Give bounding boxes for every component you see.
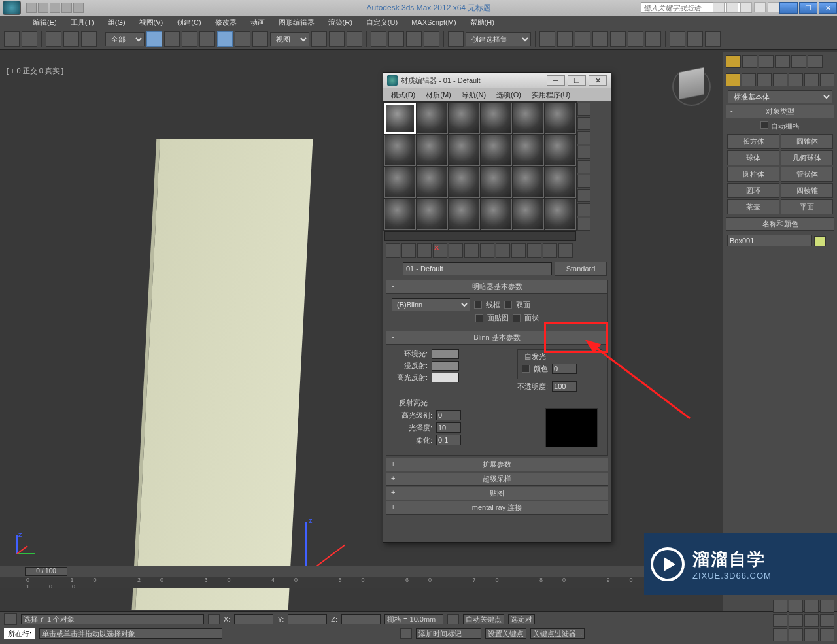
material-slot[interactable] — [384, 199, 416, 230]
mat-id-icon[interactable] — [496, 243, 510, 258]
material-slot[interactable] — [481, 167, 512, 198]
material-slot[interactable] — [545, 167, 576, 198]
render-prod-icon[interactable] — [705, 31, 721, 47]
angle-snap-icon[interactable] — [388, 31, 404, 47]
material-slot[interactable] — [545, 135, 576, 166]
menu-maxscript[interactable]: MAXScript(M) — [405, 17, 462, 27]
material-slot[interactable] — [449, 199, 480, 230]
obj-torus[interactable]: 圆环 — [727, 183, 779, 198]
prev-frame-icon[interactable] — [789, 600, 803, 613]
menu-views[interactable]: 视图(V) — [133, 16, 170, 29]
modify-tab-icon[interactable] — [742, 55, 757, 68]
mat-menu-options[interactable]: 选项(O) — [492, 90, 525, 100]
menu-modifiers[interactable]: 修改器 — [209, 16, 243, 29]
next-frame-icon[interactable] — [820, 600, 834, 613]
material-slot[interactable] — [384, 167, 416, 198]
material-slot[interactable] — [417, 199, 448, 230]
link-icon[interactable] — [46, 31, 61, 47]
material-editor-icon[interactable] — [645, 31, 661, 47]
menu-tools[interactable]: 工具(T) — [64, 16, 101, 29]
autogrid-checkbox[interactable] — [760, 121, 768, 129]
wire-checkbox[interactable] — [474, 301, 482, 309]
z-coord-input[interactable] — [341, 614, 381, 624]
material-slot-1[interactable] — [384, 103, 416, 134]
select-by-mat-icon[interactable] — [577, 203, 590, 216]
mat-minimize-button[interactable]: ─ — [547, 75, 565, 86]
systems-icon[interactable] — [820, 73, 834, 86]
obj-tube[interactable]: 管状体 — [781, 167, 833, 182]
lock-selection-icon[interactable] — [208, 614, 220, 624]
rollout-maps[interactable]: 贴图 — [386, 487, 608, 500]
qat-save-icon[interactable] — [50, 3, 60, 13]
create-tab-icon[interactable] — [726, 55, 741, 68]
maxscript-mini-icon[interactable] — [4, 613, 17, 625]
viewport-label[interactable]: [ + 0 正交 0 真实 ] — [7, 66, 63, 76]
infocenter-icon[interactable] — [713, 2, 725, 12]
obj-pyramid[interactable]: 四棱锥 — [781, 183, 833, 198]
object-color-swatch[interactable] — [814, 236, 826, 246]
go-parent-icon[interactable] — [543, 243, 557, 258]
mat-maximize-button[interactable]: ☐ — [568, 75, 586, 86]
obj-box[interactable]: 长方体 — [727, 134, 779, 149]
material-slot[interactable] — [513, 103, 544, 134]
select-move-icon[interactable] — [217, 31, 233, 47]
obj-plane[interactable]: 平面 — [781, 199, 833, 214]
app-icon[interactable] — [3, 1, 21, 15]
redo-icon[interactable] — [22, 31, 37, 47]
put-to-lib-icon[interactable] — [480, 243, 494, 258]
schematic-icon[interactable] — [628, 31, 643, 47]
go-sibling-icon[interactable] — [558, 243, 573, 258]
selection-filter-dropdown[interactable]: 全部 — [105, 32, 145, 46]
material-slot[interactable] — [545, 199, 576, 230]
material-name-input[interactable] — [403, 262, 552, 275]
select-object-icon[interactable] — [146, 31, 162, 47]
menu-customize[interactable]: 自定义(U) — [360, 16, 404, 29]
material-slot[interactable] — [513, 135, 544, 166]
material-slot[interactable] — [384, 135, 416, 166]
zoom-all-icon[interactable] — [804, 614, 819, 627]
slot-hscrollbar[interactable] — [384, 231, 576, 241]
time-slider-track[interactable]: 0 / 100 — [0, 566, 723, 577]
helpers-icon[interactable] — [789, 73, 803, 86]
play-icon[interactable] — [804, 600, 819, 613]
fov-icon[interactable] — [773, 628, 787, 641]
material-slot[interactable] — [481, 103, 512, 134]
zoom-icon[interactable] — [789, 614, 803, 627]
select-manipulate-icon[interactable] — [329, 31, 345, 47]
rollout-shader-params[interactable]: 明暗器基本参数 — [386, 280, 607, 294]
time-config-icon[interactable] — [820, 628, 834, 641]
rollout-blinn-params[interactable]: Blinn 基本参数 — [386, 331, 607, 345]
use-pivot-icon[interactable] — [311, 31, 327, 47]
rollout-mentalray[interactable]: mental ray 连接 — [386, 501, 608, 515]
options-icon[interactable] — [577, 189, 590, 202]
put-to-scene-icon[interactable] — [401, 243, 416, 258]
maximize-button[interactable]: ☐ — [799, 2, 817, 14]
hierarchy-tab-icon[interactable] — [759, 55, 774, 68]
shapes-icon[interactable] — [742, 73, 756, 86]
layers-icon[interactable] — [575, 31, 590, 47]
y-coord-input[interactable] — [288, 614, 327, 624]
edit-named-sel-icon[interactable] — [448, 31, 464, 47]
material-slot[interactable] — [417, 135, 448, 166]
obj-cylinder[interactable]: 圆柱体 — [727, 167, 779, 182]
spinner-snap-icon[interactable] — [424, 31, 439, 47]
snap-toggle-icon[interactable] — [371, 31, 386, 47]
qat-new-icon[interactable] — [26, 3, 37, 13]
obj-sphere[interactable]: 球体 — [727, 150, 779, 165]
specular-swatch[interactable] — [432, 373, 459, 382]
reset-map-icon[interactable]: ✕ — [433, 243, 447, 258]
undo-icon[interactable] — [4, 31, 20, 47]
selfillum-spinner[interactable] — [552, 364, 577, 374]
material-slot[interactable] — [481, 135, 512, 166]
assign-to-sel-icon[interactable] — [417, 243, 432, 258]
render-setup-icon[interactable] — [670, 31, 685, 47]
utilities-tab-icon[interactable] — [808, 55, 823, 68]
material-slot[interactable] — [545, 103, 576, 134]
obj-geosphere[interactable]: 几何球体 — [781, 150, 833, 165]
cameras-icon[interactable] — [773, 73, 787, 86]
make-preview-icon[interactable] — [577, 175, 590, 188]
material-slot[interactable] — [449, 167, 480, 198]
mat-menu-modes[interactable]: 模式(D) — [387, 90, 419, 100]
selfillum-color-checkbox[interactable] — [522, 365, 530, 373]
maximize-vp-icon[interactable] — [804, 628, 819, 641]
